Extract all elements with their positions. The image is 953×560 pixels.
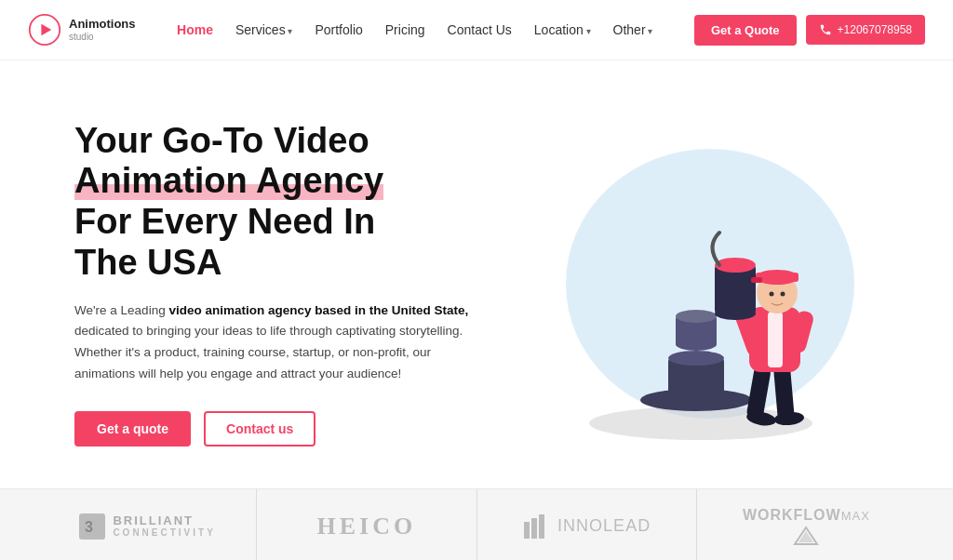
heico-label: HEICO	[317, 513, 417, 540]
get-quote-button[interactable]: Get a Quote	[694, 15, 797, 46]
hero-body-bold: video animation agency based in the Unit…	[168, 303, 468, 317]
hero-body-plain: We're a Leading	[74, 303, 168, 317]
brilliant-label-bot: CONNECTIVITY	[113, 527, 215, 538]
hero-contact-button[interactable]: Contact us	[204, 411, 315, 447]
svg-point-25	[770, 292, 774, 297]
svg-rect-31	[539, 514, 544, 539]
nav-portfolio[interactable]: Portfolio	[315, 21, 362, 38]
phone-button[interactable]: +12067078958	[806, 15, 925, 45]
brand-brilliant: 3 BRILLIANT CONNECTIVITY	[37, 489, 257, 560]
hero-section: Your Go-To Video Animation Agency For Ev…	[0, 60, 953, 488]
nav-pricing[interactable]: Pricing	[385, 21, 425, 38]
navbar: Animotions studio Home Services Portfoli…	[0, 0, 953, 60]
nav-links: Home Services Portfolio Pricing Contact …	[177, 21, 652, 38]
nav-actions: Get a Quote +12067078958	[694, 15, 925, 46]
brand-heico: HEICO	[257, 489, 476, 560]
workflow-icon	[793, 526, 819, 546]
brand-sub: studio	[69, 32, 136, 42]
brilliant-label-top: BRILLIANT	[113, 514, 215, 527]
hero-body: We're a Leading video animation agency b…	[74, 300, 486, 386]
nav-contact[interactable]: Contact Us	[448, 21, 512, 38]
phone-icon	[819, 23, 832, 36]
innolead-label: innolead	[557, 516, 651, 536]
heading-line2: Animation Agency	[74, 161, 383, 200]
brand-workflow: WorkflowMAX	[697, 489, 916, 560]
svg-rect-30	[531, 518, 537, 539]
heading-line4: The USA	[74, 243, 221, 282]
svg-marker-1	[41, 24, 51, 36]
svg-point-26	[781, 292, 785, 297]
hero-heading: Your Go-To Video Animation Agency For Ev…	[74, 121, 486, 284]
heading-line1: Your Go-To Video	[74, 121, 369, 160]
hero-svg	[524, 112, 859, 456]
innolead-icon	[522, 513, 550, 540]
nav-other[interactable]: Other	[613, 21, 653, 38]
svg-point-20	[715, 307, 756, 320]
hero-text: Your Go-To Video Animation Agency For Ev…	[74, 121, 486, 447]
workflow-label: WorkflowMAX	[743, 507, 870, 524]
heading-line3: For Every Need In	[74, 202, 375, 241]
nav-location[interactable]: Location	[534, 21, 591, 38]
hero-buttons: Get a quote Contact us	[74, 411, 486, 447]
hero-get-quote-button[interactable]: Get a quote	[74, 411, 191, 447]
brilliant-icon: 3	[77, 512, 107, 541]
svg-rect-24	[751, 277, 762, 283]
svg-rect-15	[768, 312, 783, 367]
brand-name: Animotions	[69, 18, 136, 31]
hero-illustration	[486, 107, 897, 460]
logo-icon	[28, 13, 61, 47]
logo[interactable]: Animotions studio	[28, 13, 136, 47]
brands-bar: 3 BRILLIANT CONNECTIVITY HEICO innolead …	[0, 488, 953, 560]
svg-rect-29	[524, 522, 530, 539]
svg-point-9	[676, 310, 717, 323]
phone-number: +12067078958	[838, 23, 912, 36]
nav-home[interactable]: Home	[177, 21, 213, 38]
svg-point-6	[668, 351, 724, 366]
brand-innolead: innolead	[477, 489, 697, 560]
hero-body-rest: dedicated to bringing your ideas to life…	[74, 324, 463, 380]
nav-services[interactable]: Services	[235, 21, 292, 38]
svg-text:3: 3	[85, 519, 94, 535]
